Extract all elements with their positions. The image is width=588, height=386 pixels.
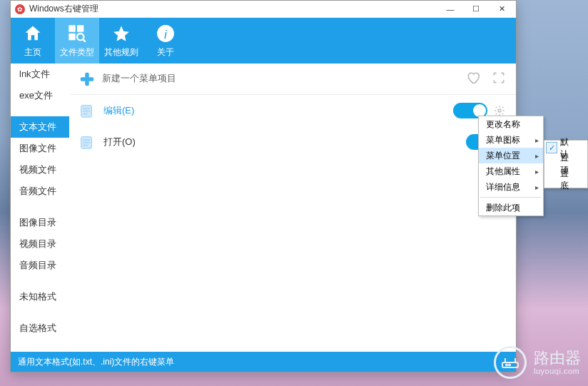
app-icon: ✿ xyxy=(15,4,25,14)
sidebar-item-text[interactable]: 文本文件 xyxy=(11,116,69,138)
check-icon: ✓ xyxy=(546,142,557,153)
content-area: 新建一个菜单项目 编辑(E) xyxy=(69,64,516,352)
new-item-label: 新建一个菜单项目 xyxy=(102,73,176,85)
star-icon xyxy=(112,23,131,44)
router-icon xyxy=(494,346,527,379)
sidebar-item-audiodir[interactable]: 音频目录 xyxy=(11,255,69,276)
ctx-menu-position[interactable]: 菜单位置 xyxy=(479,148,543,163)
window-title: Windows右键管理 xyxy=(29,3,98,15)
grid-search-icon xyxy=(67,23,87,44)
svg-rect-0 xyxy=(69,25,75,31)
sidebar-item-video[interactable]: 视频文件 xyxy=(11,159,69,181)
statusbar-text: 通用文本格式(如.txt、.ini)文件的右键菜单 xyxy=(18,356,174,368)
toolbar-about-label: 关于 xyxy=(157,46,174,59)
sub-bottom-label: 置底 xyxy=(560,168,574,192)
toolbar-home[interactable]: 主页 xyxy=(11,18,55,64)
close-button[interactable]: ✕ xyxy=(489,1,514,17)
toolbar-otherrules-label: 其他规则 xyxy=(104,46,138,59)
context-menu: 更改名称 菜单图标 菜单位置 其他属性 详细信息 删除此项 xyxy=(478,116,544,216)
ctx-separator xyxy=(480,197,542,198)
heart-icon[interactable] xyxy=(466,71,480,87)
maximize-button[interactable]: ☐ xyxy=(463,1,489,17)
sidebar-item-lnk[interactable]: lnk文件 xyxy=(11,64,69,85)
sidebar: lnk文件 exe文件 文本文件 图像文件 视频文件 音频文件 图像目录 视频目… xyxy=(11,64,69,352)
statusbar: 通用文本格式(如.txt、.ini)文件的右键菜单 xyxy=(11,352,516,372)
sidebar-item-imagedir[interactable]: 图像目录 xyxy=(11,212,69,233)
svg-point-21 xyxy=(506,365,507,366)
notepad-icon xyxy=(79,134,95,150)
ctx-details[interactable]: 详细信息 xyxy=(479,179,543,195)
sub-bottom[interactable]: 置底 xyxy=(544,172,587,188)
info-icon: i xyxy=(156,23,175,44)
ctx-other-attrs[interactable]: 其他属性 xyxy=(479,163,543,179)
toolbar-about[interactable]: i 关于 xyxy=(143,18,188,64)
svg-point-13 xyxy=(498,109,501,112)
sidebar-item-exe[interactable]: exe文件 xyxy=(11,85,69,106)
toolbar-filetype-label: 文件类型 xyxy=(60,46,94,59)
svg-rect-8 xyxy=(81,77,93,81)
sidebar-item-unknown[interactable]: 未知格式 xyxy=(11,286,69,308)
toolbar: 主页 文件类型 其他规则 i 关于 xyxy=(11,18,516,64)
sidebar-item-image[interactable]: 图像文件 xyxy=(11,138,69,159)
ctx-delete[interactable]: 删除此项 xyxy=(479,200,543,215)
svg-rect-1 xyxy=(77,25,83,31)
toolbar-otherrules[interactable]: 其他规则 xyxy=(99,18,143,64)
sidebar-item-videodir[interactable]: 视频目录 xyxy=(11,233,69,255)
minimize-button[interactable]: — xyxy=(437,1,463,17)
svg-rect-2 xyxy=(69,34,75,40)
menu-row-label: 打开(O) xyxy=(103,136,136,148)
svg-point-3 xyxy=(77,34,83,40)
add-icon xyxy=(79,71,95,87)
sidebar-item-custom[interactable]: 自选格式 xyxy=(11,318,69,339)
home-icon xyxy=(23,23,43,44)
ctx-rename[interactable]: 更改名称 xyxy=(479,116,543,132)
menu-row-open[interactable]: 打开(O) xyxy=(69,126,516,158)
ctx-menu-icon[interactable]: 菜单图标 xyxy=(479,132,543,148)
toolbar-home-label: 主页 xyxy=(24,46,41,59)
notepad-icon xyxy=(79,103,95,118)
menu-row-edit[interactable]: 编辑(E) xyxy=(69,95,516,126)
titlebar: ✿ Windows右键管理 — ☐ ✕ xyxy=(11,1,516,18)
menu-row-label: 编辑(E) xyxy=(103,104,134,117)
brand-watermark: 路由器 luyouqi.com xyxy=(494,346,581,379)
context-submenu: ✓ 默认 置顶 置底 xyxy=(544,140,588,188)
svg-line-4 xyxy=(83,39,86,42)
sidebar-item-audio[interactable]: 音频文件 xyxy=(11,181,69,202)
brand-py: luyouqi.com xyxy=(534,367,581,375)
app-window: ✿ Windows右键管理 — ☐ ✕ 主页 文件类型 其他规则 i xyxy=(10,0,517,372)
target-icon[interactable] xyxy=(492,71,506,87)
svg-point-22 xyxy=(509,365,510,366)
toolbar-filetype[interactable]: 文件类型 xyxy=(55,18,99,64)
new-item-row[interactable]: 新建一个菜单项目 xyxy=(69,64,516,95)
brand-cn: 路由器 xyxy=(534,350,581,367)
